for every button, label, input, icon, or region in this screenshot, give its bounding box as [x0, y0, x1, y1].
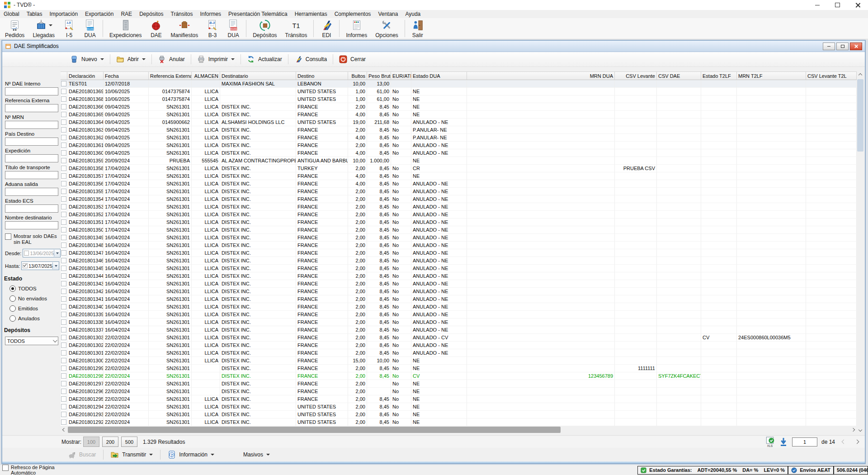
checkbox-icon[interactable]: [61, 150, 66, 156]
checkbox-icon[interactable]: [61, 127, 66, 133]
download-button[interactable]: [779, 437, 788, 447]
column-header-fecha[interactable]: Fecha: [104, 71, 149, 80]
row-checkbox-cell[interactable]: [61, 388, 67, 395]
menu-item-depositos[interactable]: Depósitos: [136, 10, 167, 18]
child-titlebar[interactable]: DAE Simplificados: [2, 41, 865, 52]
checkbox-icon[interactable]: [61, 204, 66, 209]
row-checkbox-cell[interactable]: [61, 249, 67, 257]
column-header-peso-bruto[interactable]: Peso Bruto: [367, 71, 391, 80]
column-header-referencia-externa[interactable]: Referencia Externa: [149, 71, 192, 80]
row-checkbox-cell[interactable]: [61, 334, 67, 342]
table-row[interactable]: DAE20180129922/02/2024SN261301DISTEX INC…: [61, 365, 857, 372]
menu-item-presentacion-telematica[interactable]: Presentación Telemática: [225, 10, 291, 18]
checkbox-icon[interactable]: [61, 281, 66, 286]
dropdown-arrow-icon[interactable]: [49, 24, 52, 26]
table-row[interactable]: DAE20180134616/04/2024SN261301LLICADISTE…: [61, 257, 857, 265]
row-checkbox-cell[interactable]: [61, 119, 67, 126]
date-from-dropdown-button[interactable]: [54, 250, 60, 256]
child-restore-button[interactable]: [836, 43, 849, 50]
column-header-csv-dae[interactable]: CSV DAE: [657, 71, 701, 80]
row-checkbox-cell[interactable]: [61, 180, 67, 188]
row-checkbox-cell[interactable]: [61, 303, 67, 311]
depositos-select[interactable]: TODOS: [5, 337, 58, 345]
row-checkbox-cell[interactable]: [61, 349, 67, 357]
column-header-check[interactable]: [61, 71, 67, 80]
menu-item-complementos[interactable]: Complementos: [331, 10, 375, 18]
nombre-destinatario-input[interactable]: [5, 221, 58, 229]
checkbox-icon[interactable]: [61, 266, 66, 271]
row-checkbox-cell[interactable]: [61, 418, 67, 426]
checkbox-icon[interactable]: [61, 189, 66, 194]
menu-item-herramientas[interactable]: Herramientas: [291, 10, 331, 18]
table-row[interactable]: DAE20180134816/04/2024SN261301LLICADISTE…: [61, 242, 857, 249]
checkbox-icon[interactable]: [61, 235, 66, 240]
checkbox-icon[interactable]: [61, 335, 66, 340]
checkbox-icon[interactable]: [61, 319, 66, 325]
checkbox-icon[interactable]: [61, 112, 66, 117]
menu-item-rae[interactable]: RAE: [117, 10, 136, 18]
toolbar-button-informes[interactable]: Informes: [342, 18, 371, 39]
row-checkbox-cell[interactable]: [61, 95, 67, 103]
table-row[interactable]: DAE20180129622/02/2024SN261301DISTEX INC…: [61, 388, 857, 395]
page-size-200-button[interactable]: 200: [102, 437, 118, 447]
table-row[interactable]: TEST0112/07/2018MAXIMA FASHION SALLEBANO…: [61, 80, 857, 88]
vertical-scrollbar[interactable]: [857, 71, 864, 433]
table-row[interactable]: DAE20180134416/04/2024SN261301LLICADISTE…: [61, 272, 857, 280]
row-checkbox-cell[interactable]: [61, 342, 67, 349]
estado-radio-todos[interactable]: TODOS: [9, 285, 61, 292]
table-row[interactable]: DAE20180136009/04/2025SN261301LLICADISTE…: [61, 149, 857, 157]
row-checkbox-cell[interactable]: [61, 234, 67, 242]
checkbox-icon[interactable]: [61, 327, 66, 332]
table-row[interactable]: DAE20180130122/02/2024SN261301LLICADISTE…: [61, 349, 857, 357]
expedicion-input[interactable]: [5, 154, 58, 162]
checkbox-icon[interactable]: [61, 373, 66, 379]
column-header-destino[interactable]: Destino: [296, 71, 348, 80]
toolbar-button-manifiestos[interactable]: Manifiestos: [166, 18, 202, 39]
checkbox-icon[interactable]: [61, 135, 66, 140]
row-checkbox-cell[interactable]: [61, 365, 67, 372]
toolbar-button-expediciones[interactable]: Expediciones: [105, 18, 146, 39]
checkbox-icon[interactable]: [61, 289, 66, 294]
estado-radio-emitidos[interactable]: Emitidos: [9, 305, 61, 312]
date-to-enable-checkbox[interactable]: [23, 263, 28, 268]
menu-item-exportacion[interactable]: Exportación: [81, 10, 117, 18]
row-checkbox-cell[interactable]: [61, 311, 67, 318]
checkbox-icon[interactable]: [61, 412, 66, 417]
minimize-button[interactable]: [807, 0, 827, 10]
table-row[interactable]: DAE20180135517/04/2024SN261301LLICADISTE…: [61, 188, 857, 195]
vscroll-up-arrow[interactable]: [857, 71, 864, 79]
child-toolbar-button-abrir[interactable]: Abrir: [111, 53, 151, 65]
table-row[interactable]: DAE20180133916/04/2024SN261301LLICADISTE…: [61, 311, 857, 318]
horizontal-scrollbar[interactable]: [61, 426, 857, 433]
toolbar-button-pedidos[interactable]: Pedidos: [1, 18, 28, 39]
date-from-enable-checkbox[interactable]: [24, 251, 29, 256]
date-to-picker[interactable]: 13/07/2025: [21, 261, 59, 270]
row-checkbox-cell[interactable]: [61, 88, 67, 95]
vscroll-thumb[interactable]: [857, 79, 863, 152]
export-xls-button[interactable]: XLS: [765, 437, 775, 447]
prev-page-button[interactable]: [839, 437, 848, 446]
table-row[interactable]: DAE20180135417/04/2024SN261301LLICADISTE…: [61, 195, 857, 203]
row-checkbox-cell[interactable]: [61, 411, 67, 418]
row-checkbox-cell[interactable]: [61, 288, 67, 295]
menu-item-ventana[interactable]: Ventana: [374, 10, 401, 18]
row-checkbox-cell[interactable]: [61, 195, 67, 203]
column-header-declaracion[interactable]: Declaración: [67, 71, 104, 80]
maximize-button[interactable]: [827, 0, 848, 10]
table-row[interactable]: DAE20180133816/04/2024SN261301LLICADISTE…: [61, 318, 857, 326]
dropdown-arrow-icon[interactable]: [100, 58, 104, 60]
hscroll-right-arrow[interactable]: [849, 426, 857, 433]
table-row[interactable]: DAE20180135817/04/2024SN261301LLICADISTE…: [61, 165, 857, 172]
checkbox-icon[interactable]: [61, 96, 66, 102]
table-row[interactable]: DAE20180129522/02/2024SN261301LLICADISTE…: [61, 395, 857, 403]
n-mrn-input[interactable]: [5, 121, 58, 129]
referencia-externa-input[interactable]: [5, 104, 58, 112]
checkbox-icon[interactable]: [61, 81, 66, 86]
table-row[interactable]: DAE20180134016/04/2024SN261301LLICADISTE…: [61, 303, 857, 311]
child-toolbar-button-actualizar[interactable]: Actualizar: [241, 53, 288, 65]
row-checkbox-cell[interactable]: [61, 218, 67, 226]
toolbar-button-i-5[interactable]: I-5I-5: [59, 18, 80, 39]
row-checkbox-cell[interactable]: [61, 395, 67, 403]
buscar-button[interactable]: Buscar: [62, 449, 101, 461]
child-toolbar-button-imprimir[interactable]: Imprimir: [192, 53, 240, 65]
